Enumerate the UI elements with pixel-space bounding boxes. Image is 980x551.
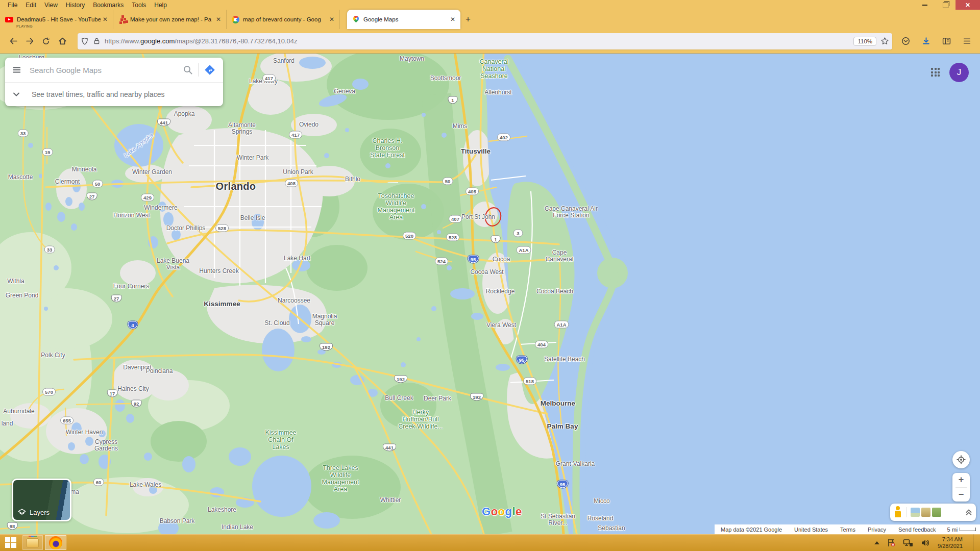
firefox-menubar: FileEditViewHistoryBookmarksToolsHelp ✕	[0, 0, 980, 10]
tray-expand-icon[interactable]	[874, 541, 879, 544]
menu-view[interactable]: View	[41, 1, 61, 9]
road-shield-192: 192	[394, 375, 407, 383]
map-viewport: LeesburgSanfordLake MaryGenevaMaytownSco…	[0, 54, 980, 534]
travel-times-label: See travel times, traffic and nearby pla…	[32, 90, 164, 98]
start-button[interactable]	[1, 535, 20, 550]
search-box[interactable]	[5, 58, 223, 82]
url-path: /maps/@28.3176876,-80.7732764,10.04z	[175, 37, 297, 45]
map-data-credit: Map data ©2021 Google	[715, 527, 788, 533]
menu-tools[interactable]: Tools	[128, 1, 150, 9]
zoom-in-button[interactable]: +	[952, 473, 970, 487]
minimize-button[interactable]	[915, 0, 935, 10]
road-shield-17: 17	[107, 390, 118, 397]
menu-bookmarks[interactable]: Bookmarks	[89, 1, 127, 9]
watermark-letter: o	[491, 505, 498, 518]
back-button[interactable]	[5, 33, 21, 49]
tab-strip: Deadmau5 - Hit Save - YouTube PLAYING ✕ …	[0, 10, 980, 29]
app-menu-button[interactable]	[959, 33, 975, 49]
new-tab-button[interactable]: +	[460, 10, 476, 29]
search-input[interactable]	[29, 65, 183, 75]
avatar[interactable]: J	[949, 63, 969, 82]
search-icon[interactable]	[183, 65, 193, 75]
page-zoom-indicator[interactable]: 110%	[853, 37, 876, 46]
pegman-icon[interactable]	[894, 506, 901, 518]
tab-close-icon[interactable]: ✕	[214, 16, 223, 23]
sidebar-button[interactable]	[938, 33, 954, 49]
forward-button[interactable]	[21, 33, 38, 49]
volume-icon[interactable]	[920, 538, 930, 547]
menu-edit[interactable]: Edit	[22, 1, 40, 9]
tab-close-icon[interactable]: ✕	[101, 16, 110, 23]
road-shield-1: 1	[491, 236, 501, 243]
menu-icon[interactable]	[12, 65, 21, 74]
tab-google-maps[interactable]: Google Maps ✕	[347, 10, 460, 29]
road-shield-404: 404	[535, 341, 548, 348]
google-apps-icon[interactable]	[931, 68, 940, 77]
road-shield-520: 520	[403, 232, 416, 240]
road-shield-92: 92	[131, 400, 142, 408]
road-shield-95: 95	[468, 256, 479, 263]
forward-icon	[26, 37, 34, 45]
imagery-thumbnail[interactable]	[921, 508, 930, 517]
windows-logo-icon	[5, 537, 16, 548]
road-shield-50: 50	[92, 180, 103, 188]
zoom-out-button[interactable]: −	[952, 488, 970, 502]
tab-youtube[interactable]: Deadmau5 - Hit Save - YouTube PLAYING ✕	[0, 10, 113, 29]
menu-history[interactable]: History	[62, 1, 88, 9]
tab-search[interactable]: map of brevard county - Goog ✕	[227, 10, 340, 29]
action-center-flag-icon[interactable]	[887, 538, 896, 547]
taskbar-clock[interactable]: 7:34 AM 9/28/2021	[938, 536, 966, 549]
network-icon[interactable]	[903, 538, 913, 547]
menu-file[interactable]: File	[4, 1, 21, 9]
road-shield-4: 4	[128, 321, 138, 329]
home-button[interactable]	[54, 33, 70, 49]
firefox-taskbar-button[interactable]	[45, 535, 66, 550]
window-controls: ✕	[915, 0, 980, 10]
tab-close-icon[interactable]: ✕	[448, 16, 457, 23]
zoom-controls: + −	[952, 473, 970, 502]
downloads-button[interactable]	[918, 33, 934, 49]
bookmark-star-icon[interactable]	[880, 37, 889, 45]
clock-time: 7:34 AM	[938, 536, 963, 543]
privacy-link[interactable]: Privacy	[862, 527, 892, 533]
url-text[interactable]: https://www.google.com/maps/@28.3176876,…	[105, 37, 853, 45]
imagery-bar	[890, 504, 976, 521]
show-desktop-button[interactable]	[973, 534, 976, 551]
road-shield-98: 98	[7, 522, 18, 530]
road-shield-408: 408	[285, 180, 298, 187]
pocket-button[interactable]	[897, 33, 914, 49]
expand-icon[interactable]	[965, 508, 973, 516]
close-button[interactable]: ✕	[955, 0, 980, 10]
youtube-icon	[5, 17, 13, 22]
road-shield-192: 192	[320, 343, 333, 351]
watermark-letter: e	[516, 505, 522, 518]
restore-button[interactable]	[935, 0, 955, 10]
terms-link[interactable]: Terms	[834, 527, 862, 533]
tab-close-icon[interactable]: ✕	[327, 16, 336, 23]
url-bar[interactable]: https://www.google.com/maps/@28.3176876,…	[78, 33, 892, 49]
travel-times-row[interactable]: See travel times, traffic and nearby pla…	[5, 82, 223, 106]
road-shield-1: 1	[448, 96, 458, 104]
imagery-thumbnail[interactable]	[932, 508, 941, 517]
road-shield-402: 402	[497, 134, 510, 141]
road-shield-417: 417	[262, 74, 276, 82]
directions-icon[interactable]	[204, 64, 216, 76]
road-shield-33: 33	[44, 246, 55, 254]
tab-playing-badge: PLAYING	[16, 24, 33, 28]
my-location-button[interactable]	[952, 451, 970, 468]
menu-help[interactable]: Help	[151, 1, 170, 9]
road-shield-528: 528	[446, 234, 459, 241]
reload-button[interactable]	[38, 33, 54, 49]
tab-zone-map[interactable]: Make your own zone map! - Pa ✕	[113, 10, 227, 29]
send-feedback-link[interactable]: Send feedback	[892, 527, 942, 533]
layers-button[interactable]: Layers	[12, 479, 71, 521]
lock-icon[interactable]	[93, 37, 101, 45]
account-area: J	[931, 63, 969, 82]
shield-icon[interactable]	[81, 37, 89, 45]
tab-title: Deadmau5 - Hit Save - YouTube	[17, 16, 101, 22]
zone-map-icon	[120, 18, 123, 21]
imagery-thumbnail[interactable]	[911, 508, 920, 517]
tab-title: Google Maps	[363, 16, 448, 22]
region-link[interactable]: United States	[788, 527, 834, 533]
file-explorer-button[interactable]	[22, 535, 43, 550]
